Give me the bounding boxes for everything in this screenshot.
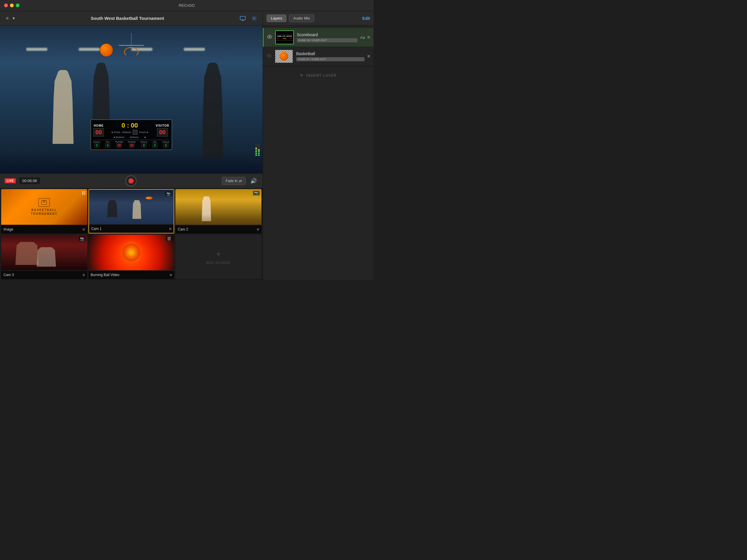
source-cam3-label-bar: Cam 3 ≡ (1, 271, 87, 279)
fire-ball (123, 244, 140, 261)
close-button[interactable] (4, 3, 8, 7)
source-image-options[interactable]: ≡ (82, 227, 85, 232)
crowd-person1 (14, 242, 40, 265)
visitor-fouls2-col: FOULS 0 (162, 141, 169, 148)
bb-thumb-bg (275, 50, 293, 63)
traffic-lights (4, 3, 20, 7)
settings-button[interactable] (250, 15, 258, 22)
timer-display: 00:06:06 (19, 177, 40, 184)
layer-basketball-options-icon[interactable]: ≡ (367, 54, 370, 59)
source-cam1-label: Cam 1 (91, 227, 102, 231)
basket-icon (38, 198, 50, 207)
cam1-bg-inner (89, 190, 174, 224)
layer-scoreboard-thumb: HOME 0:00 VISITOR 00 0:00 00 (275, 30, 294, 44)
vu-seg (255, 153, 257, 154)
visitor-tol-col: TOL 0 (152, 141, 158, 148)
layer-text-icon[interactable]: Aa (360, 35, 365, 40)
light-4 (184, 48, 205, 51)
sources-grid: BASKETBALLTOURNAMENT 🖼 Image ≡ (0, 188, 263, 280)
svg-point-7 (269, 36, 271, 37)
fade-button[interactable]: Fade In ⇄ (222, 177, 246, 185)
source-cam2[interactable]: 📷 Cam 2 ≡ (175, 189, 261, 233)
vu-seg (258, 144, 260, 145)
layer-scoreboard[interactable]: HOME 0:00 VISITOR 00 0:00 00 Scoreboard … (263, 28, 374, 47)
layer-scoreboard-tag: FADE IN / FADE OUT (297, 38, 357, 42)
dropdown-button[interactable]: ▾ (11, 14, 16, 22)
playback-bar: LIVE 00:06:06 Fade In ⇄ 🔊 (0, 173, 263, 188)
player-silhouette-3 (202, 63, 223, 159)
scoreboard-overlay: HOME 00 0 : 00 ◄ POSS PERIOD POSS ► ◄ BO… (91, 119, 172, 150)
layer-basketball-visibility[interactable] (266, 54, 272, 59)
right-panel: Layers Audio Mix Edit HOME 0:00 VISITOR (263, 11, 374, 280)
fullscreen-button[interactable] (16, 3, 20, 7)
vu-seg (255, 146, 257, 147)
layer-basketball-info: Basketball FADE IN / FADE OUT (296, 51, 364, 61)
source-cam3-options[interactable]: ≡ (82, 273, 85, 277)
app-body: ≡ ▾ South West Basketball Tournament (0, 11, 374, 280)
image-thumbnail: BASKETBALLTOURNAMENT (1, 189, 87, 225)
source-burning-label: Burning Ball Video (91, 273, 120, 277)
eye-icon (267, 35, 272, 39)
cam2-icon: 📷 (253, 191, 260, 196)
game-timer: 0 : 00 (122, 122, 138, 129)
vu-bar-right (258, 144, 260, 156)
tab-layers[interactable]: Layers (266, 14, 287, 22)
add-source-item[interactable]: + ADD SOURCE (175, 235, 261, 279)
vu-seg (258, 149, 260, 151)
source-cam1-label-bar: Cam 1 ≡ (89, 225, 174, 233)
fire-container (123, 244, 140, 261)
project-title: South West Basketball Tournament (19, 16, 236, 21)
light-2 (79, 48, 100, 51)
layer-options-icon[interactable]: ≡ (367, 35, 370, 40)
volume-button[interactable]: 🔊 (249, 177, 258, 185)
source-cam3[interactable]: 📷 Cam 3 ≡ (1, 235, 87, 279)
cam2-floor (175, 214, 261, 225)
tab-audio-mix[interactable]: Audio Mix (289, 14, 314, 22)
minimize-button[interactable] (10, 3, 14, 7)
layers-list: HOME 0:00 VISITOR 00 0:00 00 Scoreboard … (263, 26, 374, 280)
vu-seg (255, 155, 257, 156)
home-fouls-col: FOULS 0 (93, 141, 100, 148)
svg-point-3 (254, 18, 255, 19)
left-panel: ≡ ▾ South West Basketball Tournament (0, 11, 263, 280)
scoreboard-bottom: FOULS 0 TOL 0 PLAYER 00 POINTS 00 (93, 140, 169, 148)
svg-rect-0 (240, 16, 246, 20)
layer-scoreboard-visibility[interactable] (267, 35, 272, 40)
record-icon (128, 178, 134, 183)
player1 (106, 200, 119, 218)
gear-icon (252, 16, 257, 21)
period-row: ◄ POSS PERIOD POSS ► (111, 130, 149, 134)
eye-hidden-icon (266, 54, 272, 58)
svg-rect-4 (42, 201, 47, 205)
cam1-thumbnail: 📷 (89, 190, 174, 224)
basketball-court-icon (41, 200, 47, 205)
edit-button[interactable]: Edit (362, 16, 370, 21)
volume-icon: 🔊 (250, 178, 257, 184)
monitor-button[interactable] (239, 15, 247, 22)
layer-basketball-name: Basketball (296, 51, 364, 56)
record-button[interactable] (126, 175, 136, 186)
light-1 (26, 48, 47, 51)
insert-layer-label: INSERT LAYER (306, 73, 336, 78)
add-source-label: ADD SOURCE (206, 261, 231, 264)
court-background (0, 26, 263, 173)
source-cam3-label: Cam 3 (3, 273, 14, 277)
insert-layer-button[interactable]: + INSERT LAYER (263, 66, 374, 85)
layer-scoreboard-controls: Aa ≡ (360, 35, 370, 40)
scoreboard-top: HOME 00 0 : 00 ◄ POSS PERIOD POSS ► ◄ BO… (93, 122, 169, 138)
menu-button[interactable]: ≡ (5, 15, 10, 22)
source-image[interactable]: BASKETBALLTOURNAMENT 🖼 Image ≡ (1, 189, 87, 233)
source-cam2-options[interactable]: ≡ (257, 227, 259, 232)
source-burning-ball[interactable]: 🎬 Burning Ball Video ≡ (88, 235, 175, 279)
layer-basketball[interactable]: Basketball FADE IN / FADE OUT ≡ (263, 47, 374, 66)
source-burning-label-bar: Burning Ball Video ≡ (88, 271, 175, 279)
source-cam1[interactable]: 📷 Cam 1 ≡ (88, 189, 175, 233)
menu-icon: ≡ (6, 16, 8, 21)
vu-meter (255, 144, 260, 156)
cam3-thumbnail: 📷 (1, 235, 87, 270)
vu-seg (255, 144, 257, 145)
source-cam1-options[interactable]: ≡ (169, 226, 171, 231)
source-burning-options[interactable]: ≡ (170, 273, 172, 277)
basketball-text: BASKETBALLTOURNAMENT (31, 208, 57, 215)
fade-label: Fade In (226, 179, 237, 183)
